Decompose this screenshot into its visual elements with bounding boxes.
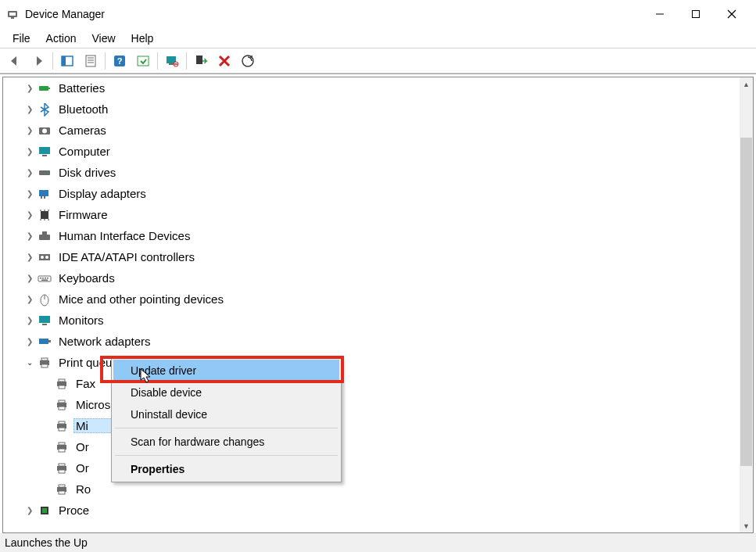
tree-item-bluetooth[interactable]: ❯ Bluetooth [3, 99, 740, 120]
back-button[interactable] [4, 50, 26, 72]
chevron-right-icon[interactable]: ❯ [23, 188, 36, 200]
context-menu-label: Update driver [131, 364, 196, 377]
tree-item-firmware[interactable]: ❯ Firmware [3, 204, 740, 225]
chevron-right-icon[interactable]: ❯ [23, 293, 36, 306]
battery-icon [38, 81, 52, 95]
scan-hardware-button[interactable] [237, 50, 259, 72]
svg-point-29 [47, 172, 48, 174]
chevron-right-icon[interactable]: ❯ [23, 124, 36, 137]
chevron-right-icon[interactable]: ❯ [23, 145, 36, 158]
menu-help[interactable]: Help [124, 30, 162, 46]
properties-button[interactable] [80, 50, 102, 72]
close-button[interactable] [714, 2, 750, 26]
tree-item-ide[interactable]: ❯ IDE ATA/ATAPI controllers [3, 246, 740, 267]
window-title: Device Manager [25, 8, 105, 20]
update-driver-button[interactable] [132, 50, 154, 72]
printer-icon [55, 377, 69, 391]
tree-item-disk-drives[interactable]: ❯ Disk drives [3, 162, 740, 183]
context-menu-update-driver[interactable]: Update driver [113, 360, 339, 382]
scroll-up-button[interactable]: ▲ [740, 77, 753, 91]
chevron-right-icon[interactable]: ❯ [23, 314, 36, 327]
menu-view[interactable]: View [84, 30, 123, 46]
tree-item-display-adapters[interactable]: ❯ Display adapters [3, 183, 740, 204]
tree-item-hid[interactable]: ❯ Human Interface Devices [3, 225, 740, 246]
context-menu-disable-device[interactable]: Disable device [113, 382, 339, 403]
forward-button[interactable] [27, 50, 49, 72]
context-menu-scan-hardware[interactable]: Scan for hardware changes [113, 431, 339, 453]
show-hide-tree-button[interactable] [56, 50, 78, 72]
svg-rect-22 [39, 86, 48, 91]
menu-file[interactable]: File [5, 30, 38, 46]
tree-item-computer[interactable]: ❯ Computer [3, 141, 740, 162]
chevron-right-icon[interactable]: ❯ [23, 167, 36, 179]
printer-icon [55, 461, 69, 475]
ide-controller-icon [38, 250, 52, 264]
chevron-right-icon[interactable]: ❯ [23, 209, 36, 221]
tree-label: Keyboards [59, 271, 115, 285]
chevron-right-icon[interactable]: ❯ [23, 335, 36, 348]
computer-icon [38, 145, 52, 159]
chevron-right-icon[interactable]: ❯ [23, 82, 36, 95]
statusbar: Launches the Up [0, 533, 756, 552]
chevron-down-icon[interactable]: ⌄ [23, 357, 36, 369]
enable-device-button[interactable] [190, 50, 212, 72]
svg-rect-2 [11, 17, 14, 19]
svg-rect-79 [42, 508, 47, 513]
tree-item-batteries[interactable]: ❯ Batteries [3, 77, 740, 99]
svg-rect-50 [41, 279, 48, 281]
svg-rect-32 [44, 196, 45, 199]
minimize-button[interactable] [642, 2, 678, 26]
hid-icon [38, 229, 52, 243]
svg-rect-26 [39, 147, 50, 154]
chevron-right-icon[interactable]: ❯ [23, 103, 36, 116]
tree-label: Cameras [59, 124, 106, 137]
tree-label: Firmware [59, 208, 108, 221]
chevron-right-icon[interactable]: ❯ [23, 504, 36, 517]
tree-label: Mi [76, 419, 88, 432]
context-menu-properties[interactable]: Properties [113, 458, 339, 480]
svg-rect-27 [42, 155, 47, 156]
svg-rect-73 [59, 464, 65, 466]
tree-item-keyboards[interactable]: ❯ Keyboards [3, 267, 740, 289]
chevron-right-icon[interactable]: ❯ [23, 230, 36, 242]
svg-rect-40 [39, 235, 50, 240]
titlebar: Device Manager [0, 0, 756, 28]
menu-action[interactable]: Action [38, 30, 84, 46]
svg-point-44 [45, 256, 48, 259]
svg-rect-46 [40, 278, 41, 279]
tree-item-cameras[interactable]: ❯ Cameras [3, 120, 740, 141]
svg-rect-59 [41, 364, 48, 367]
vertical-scrollbar[interactable]: ▲ ▼ [740, 77, 753, 532]
chevron-right-icon[interactable]: ❯ [23, 251, 36, 263]
tree-item-network-adapters[interactable]: ❯ Network adapters [3, 331, 740, 352]
toolbar-separator [105, 52, 106, 70]
svg-rect-70 [59, 443, 65, 445]
delete-button[interactable] [213, 50, 235, 72]
printer-icon [55, 419, 69, 433]
svg-rect-41 [42, 231, 47, 235]
keyboard-icon [38, 271, 52, 285]
scrollbar-thumb[interactable] [740, 138, 752, 466]
uninstall-device-button[interactable] [161, 50, 183, 72]
scroll-down-button[interactable]: ▼ [740, 519, 753, 532]
svg-rect-64 [59, 400, 65, 403]
chevron-right-icon[interactable]: ❯ [23, 272, 36, 285]
svg-rect-33 [41, 211, 48, 219]
toolbar-separator [157, 52, 158, 70]
maximize-button[interactable] [678, 2, 714, 26]
toolbar-separator [186, 52, 187, 70]
tree-item-processors[interactable]: ❯ Proce [3, 500, 740, 521]
tree-item-monitors[interactable]: ❯ Monitors [3, 310, 740, 331]
tree-label: Network adapters [59, 335, 151, 348]
menubar: File Action View Help [0, 28, 756, 48]
svg-rect-31 [41, 196, 42, 199]
tree-label: Human Interface Devices [59, 229, 190, 242]
scrollbar-track[interactable] [740, 91, 753, 519]
help-button[interactable]: ? [109, 50, 131, 72]
context-menu-uninstall-device[interactable]: Uninstall device [113, 403, 339, 425]
svg-rect-4 [693, 11, 700, 18]
svg-rect-74 [59, 470, 65, 473]
tree-item-mice[interactable]: ❯ Mice and other pointing devices [3, 289, 740, 310]
svg-rect-68 [59, 428, 65, 431]
tree-label: Display adapters [59, 187, 146, 200]
